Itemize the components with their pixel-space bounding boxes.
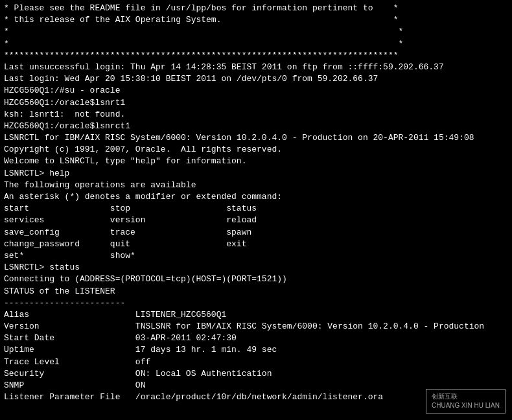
terminal-line: Security ON: Local OS Authentication — [4, 368, 508, 380]
terminal-line: ------------------------ — [4, 298, 508, 309]
terminal-line: * Please see the README file in /usr/lpp… — [4, 3, 508, 14]
terminal-line: start stop status — [4, 203, 508, 215]
terminal-line: An asterisk (*) denotes a modifier or ex… — [4, 191, 508, 203]
terminal-line: Welcome to LSNRCTL, type "help" for info… — [4, 156, 508, 167]
watermark: 创新互联 CHUANG XIN HU LIAN — [426, 389, 506, 414]
terminal-line: Connecting to (ADDRESS=(PROTOCOL=tcp)(HO… — [4, 274, 508, 285]
terminal-line: ksh: lsnrt1: not found. — [4, 109, 508, 121]
terminal-line: LSNRCTL> status — [4, 262, 508, 274]
terminal-line: change_password quit exit — [4, 239, 508, 250]
terminal-line: HZCG560Q1:/#su - oracle — [4, 85, 508, 97]
terminal-line: services version reload — [4, 215, 508, 226]
terminal-line: Uptime 17 days 13 hr. 1 min. 49 sec — [4, 344, 508, 356]
terminal-line: STATUS of the LISTENER — [4, 286, 508, 298]
terminal-line: save_config trace spawn — [4, 227, 508, 239]
terminal-line: set* show* — [4, 250, 508, 262]
watermark-chinese: 创新互联 — [432, 392, 500, 401]
terminal-line: HZCG560Q1:/oracle$lsnrt1 — [4, 97, 508, 109]
terminal-line: * * — [4, 38, 508, 50]
terminal-line: LSNRCTL> help — [4, 168, 508, 180]
terminal-line: ****************************************… — [4, 50, 508, 62]
watermark-english: CHUANG XIN HU LIAN — [432, 401, 500, 410]
terminal-line: LSNRCTL for IBM/AIX RISC System/6000: Ve… — [4, 132, 508, 144]
terminal-line: Copyright (c) 1991, 2007, Oracle. All ri… — [4, 144, 508, 156]
terminal-line: Version TNSLSNR for IBM/AIX RISC System/… — [4, 321, 508, 332]
terminal-line: Start Date 03-APR-2011 02:47:30 — [4, 332, 508, 344]
terminal-line: The following operations are available — [4, 180, 508, 191]
terminal-line: Last login: Wed Apr 20 15:38:10 BEIST 20… — [4, 73, 508, 85]
terminal-line: * this release of the AIX Operating Syst… — [4, 14, 508, 26]
terminal-line: * * — [4, 26, 508, 38]
terminal-line: Last unsuccessful login: Thu Apr 14 14:2… — [4, 62, 508, 73]
terminal-line: HZCG560Q1:/oracle$lsnrct1 — [4, 121, 508, 132]
terminal-output: * Please see the README file in /usr/lpp… — [0, 0, 512, 406]
terminal-line: Alias LISTENER_HZCG560Q1 — [4, 309, 508, 321]
terminal-line: Trace Level off — [4, 356, 508, 368]
